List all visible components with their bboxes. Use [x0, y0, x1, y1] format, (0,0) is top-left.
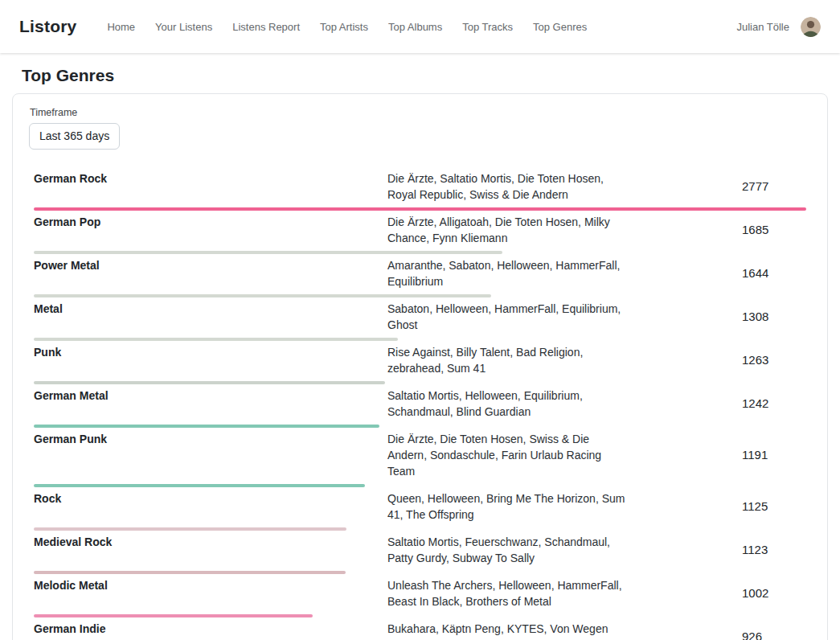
genre-count: 1191 — [742, 447, 806, 463]
genre-row: Punk Rise Against, Billy Talent, Bad Rel… — [34, 341, 806, 384]
genre-artists: Sabaton, Helloween, HammerFall, Equilibr… — [387, 301, 629, 333]
nav-item-your-listens[interactable]: Your Listens — [155, 21, 212, 33]
genre-count: 1263 — [742, 352, 806, 368]
genre-name: Rock — [34, 490, 387, 523]
genre-name: Metal — [34, 301, 387, 333]
genre-table: German Rock Die Ärzte, Saltatio Mortis, … — [29, 167, 811, 640]
user-avatar[interactable] — [801, 17, 821, 37]
genre-count: 1644 — [742, 265, 806, 281]
nav-item-listens-report[interactable]: Listens Report — [232, 21, 300, 33]
genre-row: Metal Sabaton, Helloween, HammerFall, Eq… — [34, 297, 806, 341]
genre-row: Melodic Metal Unleash The Archers, Hello… — [34, 574, 806, 617]
nav-item-top-artists[interactable]: Top Artists — [320, 21, 368, 33]
genre-count: 1308 — [742, 309, 806, 325]
genre-row: Rock Queen, Helloween, Bring Me The Hori… — [34, 487, 806, 531]
genre-name: German Pop — [34, 214, 387, 246]
genre-row: German Indie Bukahara, Käptn Peng, KYTES… — [34, 617, 806, 640]
genre-row: Medieval Rock Saltatio Mortis, Feuerschw… — [34, 531, 806, 574]
genre-artists: Rise Against, Billy Talent, Bad Religion… — [387, 344, 629, 376]
genre-count: 1125 — [742, 498, 806, 515]
user-avatar-image — [801, 17, 821, 37]
genre-row: Power Metal Amaranthe, Sabaton, Hellowee… — [34, 254, 806, 297]
timeframe-label: Timeframe — [30, 107, 811, 118]
genre-artists: Die Ärzte, Saltatio Mortis, Die Toten Ho… — [387, 170, 629, 203]
genre-count: 926 — [742, 629, 806, 640]
main-content: Top Genres Timeframe Last 365 days Germa… — [0, 66, 840, 640]
genre-count: 1002 — [742, 585, 806, 601]
genre-name: Punk — [34, 344, 387, 376]
genre-count: 1123 — [742, 542, 806, 558]
page-title: Top Genres — [22, 66, 818, 85]
genre-row: German Rock Die Ärzte, Saltatio Mortis, … — [34, 167, 806, 211]
genre-name: German Indie — [34, 621, 387, 640]
genre-name: German Rock — [34, 170, 387, 203]
genre-artists: Bukahara, Käptn Peng, KYTES, Von Wegen L… — [387, 621, 629, 640]
genre-count: 1242 — [742, 396, 806, 412]
top-genres-card: Timeframe Last 365 days German Rock Die … — [12, 93, 828, 640]
nav-item-top-genres[interactable]: Top Genres — [533, 21, 587, 33]
genre-row: German Punk Die Ärzte, Die Toten Hosen, … — [34, 428, 806, 487]
nav-item-top-tracks[interactable]: Top Tracks — [462, 21, 513, 33]
genre-artists: Amaranthe, Sabaton, Helloween, HammerFal… — [387, 257, 629, 289]
genre-artists: Saltatio Mortis, Feuerschwanz, Schandmau… — [387, 534, 629, 566]
brand-logo[interactable]: Listory — [19, 17, 76, 36]
genre-artists: Die Ärzte, Die Toten Hosen, Swiss & Die … — [387, 431, 629, 479]
genre-artists: Queen, Helloween, Bring Me The Horizon, … — [387, 490, 629, 523]
main-nav: Home Your Listens Listens Report Top Art… — [107, 21, 587, 33]
genre-row: German Metal Saltatio Mortis, Helloween,… — [34, 384, 806, 428]
top-nav-bar: Listory Home Your Listens Listens Report… — [0, 0, 840, 53]
genre-count: 2777 — [742, 178, 806, 195]
genre-name: Medieval Rock — [34, 534, 387, 566]
genre-name: Melodic Metal — [34, 577, 387, 609]
genre-artists: Unleash The Archers, Helloween, HammerFa… — [387, 577, 629, 609]
genre-name: German Punk — [34, 431, 387, 479]
timeframe-select-button[interactable]: Last 365 days — [29, 123, 120, 150]
genre-artists: Die Ärzte, Alligatoah, Die Toten Hosen, … — [387, 214, 629, 246]
nav-item-home[interactable]: Home — [107, 21, 135, 33]
genre-artists: Saltatio Mortis, Helloween, Equilibrium,… — [387, 388, 629, 420]
user-menu: Julian Tölle — [736, 17, 821, 37]
user-name: Julian Tölle — [736, 21, 789, 33]
genre-name: Power Metal — [34, 257, 387, 289]
genre-name: German Metal — [34, 388, 387, 420]
genre-count: 1685 — [742, 222, 806, 238]
nav-item-top-albums[interactable]: Top Albums — [388, 21, 442, 33]
genre-row: German Pop Die Ärzte, Alligatoah, Die To… — [34, 211, 806, 254]
